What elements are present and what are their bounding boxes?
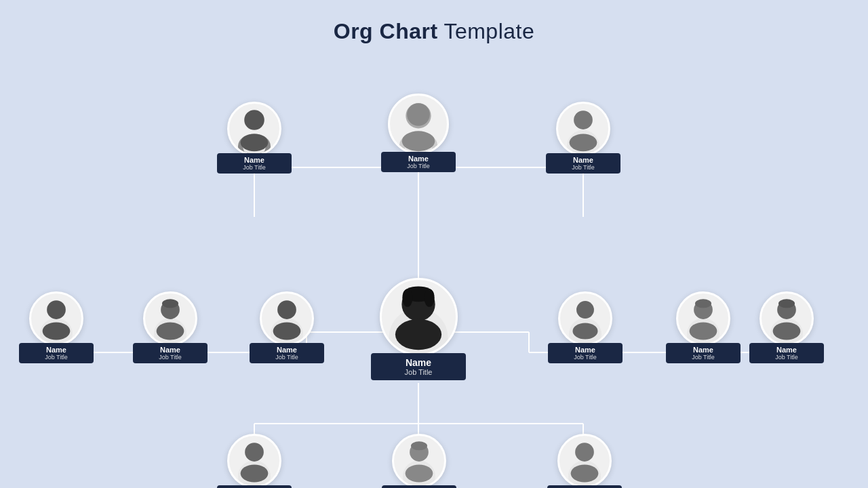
- node-mid-2: Name Job Title: [133, 291, 208, 363]
- person-icon: [559, 436, 610, 486]
- person-icon: [262, 293, 312, 344]
- name-box-mid-4: Name Job Title: [548, 343, 623, 363]
- svg-point-41: [402, 289, 412, 307]
- person-icon: [229, 104, 279, 154]
- node-mid-5: Name Job Title: [666, 291, 741, 363]
- svg-point-65: [245, 443, 264, 462]
- avatar-mid-6: [760, 291, 814, 346]
- node-top-right: Name Job Title: [546, 102, 620, 174]
- avatar-mid-1: [29, 291, 83, 346]
- page-title: Org Chart Template: [0, 0, 868, 44]
- name-box-top-right: Name Job Title: [546, 153, 620, 174]
- avatar-mid-3: [260, 291, 314, 346]
- svg-point-52: [273, 323, 301, 340]
- org-chart: Name Job Title Name Job Title: [0, 61, 868, 488]
- svg-point-59: [695, 299, 711, 308]
- node-mid-4: Name Job Title: [548, 291, 623, 363]
- name-box-bot-right: Name Job Title: [547, 485, 622, 488]
- node-bot-right: Name Job Title: [547, 434, 622, 488]
- avatar-mid-5: [676, 291, 730, 346]
- node-mid-6: Name Job Title: [749, 291, 824, 363]
- name-box-mid-1: Name Job Title: [19, 343, 94, 363]
- name-box-mid-5: Name Job Title: [666, 343, 741, 363]
- person-icon: [560, 293, 610, 344]
- avatar-bot-left: [227, 434, 281, 488]
- person-icon: [678, 293, 728, 344]
- avatar-mid-2: [143, 291, 197, 346]
- avatar-bot-center: [392, 434, 446, 488]
- name-box-center: Name Job Title: [371, 353, 466, 380]
- name-box-bot-center: Name Job Title: [382, 485, 456, 488]
- person-icon: [229, 436, 279, 486]
- node-top-left: Name Job Title: [217, 102, 292, 174]
- avatar-center: [380, 278, 458, 356]
- person-icon: [558, 104, 608, 154]
- svg-point-35: [574, 110, 593, 129]
- svg-point-73: [571, 465, 599, 483]
- svg-point-62: [773, 323, 801, 340]
- node-bot-left: Name Job Title: [217, 434, 292, 488]
- svg-point-49: [162, 299, 178, 308]
- svg-point-42: [424, 289, 434, 307]
- svg-point-44: [47, 300, 66, 319]
- svg-point-54: [576, 301, 594, 319]
- svg-point-55: [573, 323, 598, 339]
- svg-point-48: [157, 323, 184, 340]
- svg-point-70: [411, 441, 427, 450]
- name-box-mid-2: Name Job Title: [133, 343, 208, 363]
- node-bot-center: Name Job Title: [382, 434, 456, 488]
- person-icon: [31, 293, 81, 344]
- avatar-mid-4: [558, 291, 612, 346]
- avatar-top-left: [227, 102, 281, 156]
- name-box-mid-3: Name Job Title: [250, 343, 324, 363]
- person-icon: [390, 96, 447, 152]
- svg-point-51: [277, 300, 296, 319]
- svg-point-45: [43, 323, 71, 340]
- name-box-bot-left: Name Job Title: [217, 485, 292, 488]
- svg-point-27: [245, 111, 263, 129]
- name-box-top-center: Name Job Title: [381, 152, 456, 172]
- svg-point-72: [575, 443, 594, 462]
- node-mid-1: Name Job Title: [19, 291, 94, 363]
- person-icon: [394, 436, 444, 486]
- person-icon: [382, 280, 456, 354]
- node-mid-3: Name Job Title: [250, 291, 324, 363]
- avatar-top-right: [556, 102, 610, 156]
- person-icon: [145, 293, 195, 344]
- svg-point-32: [407, 103, 430, 126]
- node-top-center: Name Job Title: [381, 94, 456, 172]
- svg-point-63: [778, 299, 795, 308]
- node-center: Name Job Title: [371, 278, 466, 380]
- name-box-top-left: Name Job Title: [217, 153, 292, 174]
- svg-point-39: [395, 319, 441, 350]
- svg-point-33: [402, 131, 435, 151]
- svg-point-66: [241, 465, 269, 483]
- svg-point-28: [241, 134, 269, 151]
- avatar-bot-right: [557, 434, 612, 488]
- person-icon: [762, 293, 812, 344]
- svg-point-58: [690, 323, 717, 340]
- name-box-mid-6: Name Job Title: [749, 343, 824, 363]
- svg-point-69: [406, 465, 433, 483]
- avatar-top-center: [388, 94, 449, 155]
- svg-point-36: [570, 134, 597, 151]
